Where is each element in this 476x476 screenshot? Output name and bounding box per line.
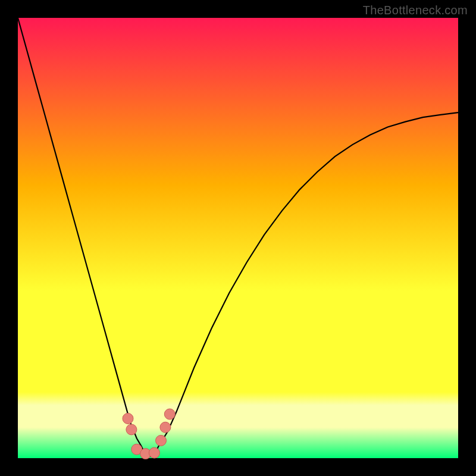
data-marker (160, 422, 171, 433)
data-marker (149, 447, 159, 458)
data-marker (126, 424, 137, 435)
watermark-text: TheBottleneck.com (363, 4, 468, 17)
chart-container: TheBottleneck.com (0, 0, 476, 476)
data-marker (156, 435, 167, 446)
data-marker (164, 409, 175, 419)
data-marker (123, 413, 133, 424)
chart-svg (0, 0, 476, 476)
plot-background (18, 18, 458, 458)
